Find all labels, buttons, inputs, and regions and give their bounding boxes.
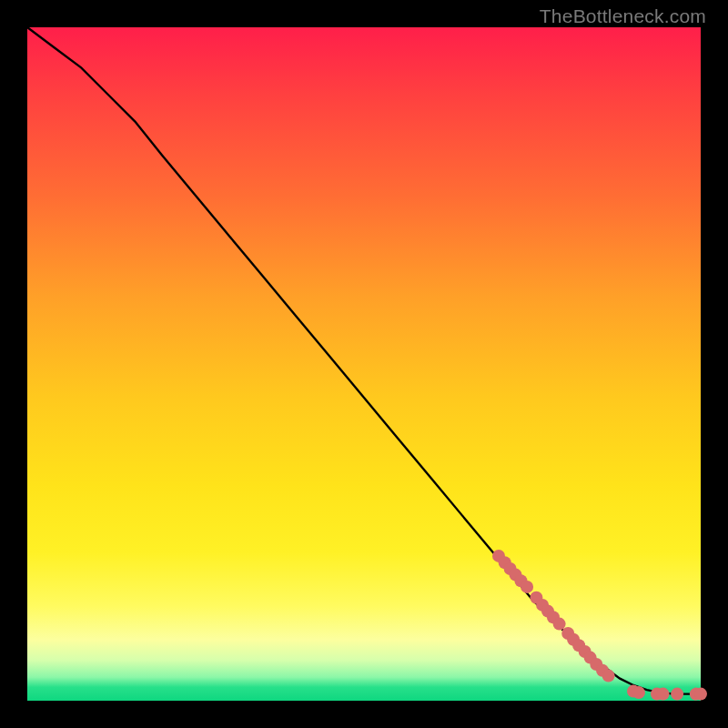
data-dot — [521, 581, 533, 593]
data-dot — [632, 686, 645, 699]
data-dots — [492, 550, 707, 701]
data-dot — [602, 670, 615, 682]
data-dot — [694, 688, 707, 701]
watermark-text: TheBottleneck.com — [540, 5, 706, 27]
plot-area — [27, 27, 701, 701]
data-dot — [553, 618, 566, 631]
curve-line — [27, 27, 701, 694]
data-dot — [657, 688, 670, 701]
chart-frame: TheBottleneck.com — [0, 0, 728, 728]
data-dot — [671, 688, 683, 701]
chart-svg — [27, 27, 701, 701]
